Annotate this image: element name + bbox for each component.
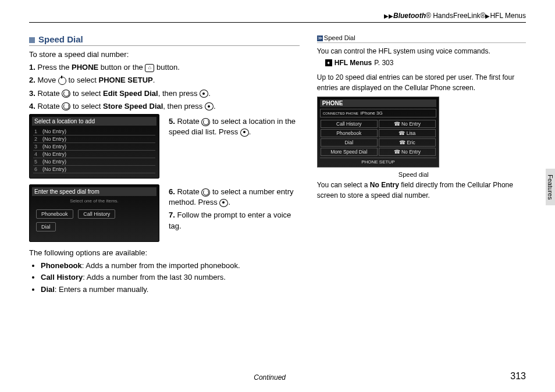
callout-label: Speed dial: [317, 171, 429, 178]
intro-text: To store a speed dial number:: [29, 49, 300, 60]
page-number: 313: [510, 371, 526, 382]
push-icon: [240, 129, 249, 137]
screenshot-phone-menu: PHONE CONNECTED PHONE iPhone 3G Call His…: [317, 97, 439, 168]
push-icon: [205, 102, 214, 111]
screenshot-select-location: Select a location to add 1(No Entry) 2(N…: [29, 114, 159, 179]
rotate-icon: [62, 102, 70, 111]
options-list: Phonebook: Adds a number from the import…: [29, 261, 300, 295]
joystick-icon: [58, 77, 66, 85]
rotate-icon: [62, 90, 70, 98]
pickup-icon: ⌂: [145, 64, 154, 72]
screenshot-entry-method: Enter the speed dial from Select one of …: [29, 184, 159, 242]
step-3: 3. Rotate to select Edit Speed Dial, the…: [29, 88, 300, 99]
step-7: 7. Follow the prompt to enter a voice ta…: [169, 210, 300, 231]
continued-label: Continued: [29, 373, 510, 382]
options-intro: The following options are available:: [29, 248, 300, 258]
rotate-icon: [201, 188, 210, 197]
chapter-tab: Features: [546, 169, 555, 205]
breadcrumb: ▶▶Bluetooth® HandsFreeLink®▶HFL Menus: [29, 12, 526, 23]
step-4: 4. Rotate to select Store Speed Dial, th…: [29, 101, 300, 112]
sidebar-p2: Up to 20 speed dial entries can be store…: [317, 73, 526, 93]
link-icon: ➧: [325, 59, 332, 66]
step-5: 5. Rotate to select a location in the sp…: [169, 116, 300, 137]
rotate-icon: [201, 118, 210, 126]
sidebar-p3: You can select a No Entry field directly…: [317, 180, 526, 201]
sidebar-p1: You can control the HFL system using voi…: [317, 47, 526, 56]
section-title: Speed Dial: [29, 34, 300, 46]
step-2: 2. Move to select PHONE SETUP.: [29, 75, 300, 85]
sidebar-title: ≫Speed Dial: [317, 34, 526, 43]
cross-ref-link: ➧ HFL Menus P. 303: [325, 59, 526, 67]
step-6: 6. Rotate to select a number entry metho…: [169, 187, 300, 208]
main-content: Speed Dial To store a speed dial number:…: [29, 34, 300, 296]
sidebar-content: ≫Speed Dial You can control the HFL syst…: [317, 34, 526, 296]
step-1: 1. Press the PHONE button or the ⌂ butto…: [29, 62, 300, 73]
push-icon: [219, 199, 228, 207]
push-icon: [200, 90, 208, 98]
